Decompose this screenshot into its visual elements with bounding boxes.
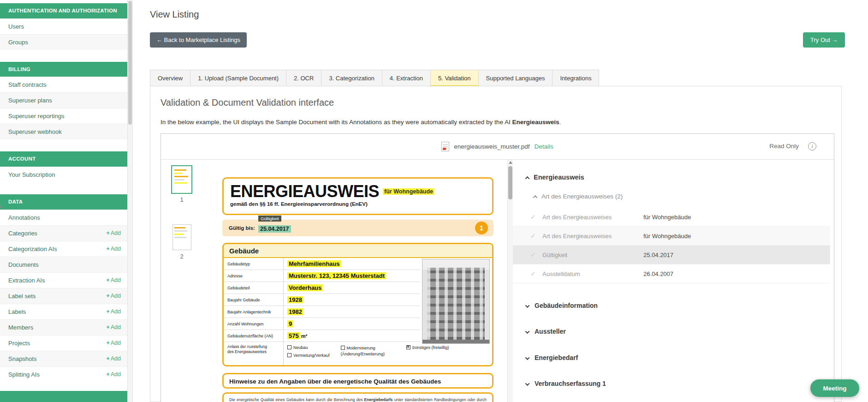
- annotation-group-title: Art des Energieausweises (2): [541, 193, 623, 200]
- sidebar-item-snapshots[interactable]: Snapshots +Add: [0, 351, 127, 366]
- annotation-highlight[interactable]: Mehrfamilienhaus: [287, 260, 341, 267]
- section-gebaeudeinformation[interactable]: Gebäudeinformation: [526, 302, 598, 309]
- tab-supported-languages[interactable]: Supported Languages: [478, 70, 553, 87]
- annotations-panel: Energieausweis Art des Energieausweises …: [513, 160, 834, 402]
- valid-until-label: Gültig bis:: [229, 225, 255, 231]
- sidebar-item-labels[interactable]: Labels +Add: [0, 304, 127, 319]
- sidebar-scrollbar-thumb[interactable]: [128, 1, 132, 125]
- plus-icon: +: [106, 355, 109, 362]
- sidebar-item-superuser-plans[interactable]: Superuser plans: [0, 92, 127, 108]
- add-member-button[interactable]: +Add: [106, 324, 121, 330]
- sidebar-item-superuser-webhook[interactable]: Superuser webhook: [0, 124, 127, 139]
- sidebar-collapse-chevron-icon[interactable]: ‹: [0, 202, 2, 211]
- annotation-group-art-des-energieausweises[interactable]: Art des Energieausweises (2): [534, 193, 623, 200]
- add-splitting-ai-button[interactable]: +Add: [106, 371, 121, 378]
- panel-intro-text: In the below example, the UI displays th…: [161, 119, 561, 126]
- annotation-value[interactable]: 25.04.2017: [643, 252, 673, 258]
- annotation-row-selected[interactable]: ✓ Gültigkeit 25.04.2017: [513, 246, 830, 264]
- annotation-label: Gültigkeit: [542, 252, 643, 258]
- add-categorization-ai-button[interactable]: +Add: [106, 246, 121, 252]
- sidebar-item-your-subscription[interactable]: Your Subscription: [0, 167, 127, 182]
- tab-integrations[interactable]: Integrations: [552, 70, 599, 87]
- sidebar-item-staff-contracts[interactable]: Staff contracts: [0, 77, 127, 92]
- check-icon[interactable]: ✓: [530, 270, 542, 277]
- add-labels-button[interactable]: +Add: [106, 308, 121, 315]
- chevron-down-icon[interactable]: [525, 329, 530, 334]
- tab-extraction[interactable]: 4. Extraction: [382, 70, 431, 87]
- try-out-button[interactable]: Try Out →: [803, 32, 845, 48]
- listing-tabs: Overview 1. Upload (Sample Document) 2. …: [150, 70, 599, 87]
- section-verbrauchserfassung[interactable]: Verbrauchserfassung 1: [526, 380, 606, 387]
- section-energiebedarf[interactable]: Energiebedarf: [526, 354, 578, 361]
- meeting-button[interactable]: Meeting: [810, 379, 859, 397]
- annotation-label: Art des Energieausweises: [542, 233, 643, 240]
- annotation-highlight[interactable]: 9: [287, 320, 293, 327]
- info-icon[interactable]: i: [808, 142, 816, 150]
- scroll-up-arrow[interactable]: [509, 161, 512, 164]
- page-1-thumbnail[interactable]: [171, 165, 192, 194]
- chevron-down-icon[interactable]: [525, 303, 530, 308]
- annotation-highlight-title-tag[interactable]: für Wohngebäude: [383, 188, 434, 195]
- details-link[interactable]: Details: [535, 143, 553, 150]
- add-categories-button[interactable]: +Add: [106, 230, 121, 236]
- chevron-down-icon[interactable]: [525, 381, 530, 386]
- gueltigkeit-label-tag: Gültigkeit: [258, 216, 281, 222]
- building-photo: [422, 259, 490, 344]
- checkbox-label: Modernisierung (Änderung/Erweiterung): [341, 346, 385, 356]
- annotation-row[interactable]: ✓ Art des Energieausweises für Wohngebäu…: [513, 208, 830, 227]
- annotation-value[interactable]: für Wohngebäude: [643, 233, 691, 240]
- sidebar-item-superuser-reportings[interactable]: Superuser reportings: [0, 108, 127, 124]
- tab-overview[interactable]: Overview: [150, 70, 190, 87]
- viewer-body: 1 2 ENERGIEAUSWEISfür Wohngebäude gemäß …: [161, 160, 834, 402]
- field-label: Gebäudetyp: [224, 258, 284, 270]
- sidebar-item-groups[interactable]: Groups: [0, 34, 127, 50]
- annotation-row[interactable]: ✓ Art des Energieausweises für Wohngebäu…: [513, 227, 830, 246]
- document-scrollbar-thumb[interactable]: [508, 166, 512, 199]
- sidebar-item-label-sets[interactable]: Label sets +Add: [0, 288, 127, 304]
- add-extraction-ai-button[interactable]: +Add: [106, 277, 121, 283]
- sidebar-item-extraction-ais[interactable]: Extraction AIs +Add: [0, 272, 127, 288]
- sidebar-item-annotations[interactable]: Annotations: [0, 210, 127, 225]
- certificate-title: ENERGIEAUSWEIS: [230, 183, 379, 200]
- annotation-row[interactable]: ✓ Ausstelldatum 26.04.2007: [513, 264, 830, 283]
- annotation-highlight[interactable]: 1982: [287, 308, 303, 315]
- sidebar-item-splitting-ais[interactable]: Splitting AIs +Add: [0, 366, 127, 382]
- sidebar-item-categorization-ais[interactable]: Categorization AIs +Add: [0, 241, 127, 257]
- check-icon[interactable]: ✓: [530, 213, 542, 221]
- back-to-marketplace-button[interactable]: ← Back to Marketplace Listings: [150, 32, 247, 48]
- annotation-value[interactable]: für Wohngebäude: [643, 214, 691, 221]
- label-set-energieausweis[interactable]: Energieausweis: [526, 174, 584, 181]
- annotation-highlight[interactable]: 1928: [287, 296, 303, 303]
- plus-icon: +: [106, 308, 109, 315]
- tab-validation[interactable]: 5. Validation: [430, 70, 479, 87]
- annotation-highlight[interactable]: Musterstr. 123, 12345 Musterstadt: [287, 272, 386, 279]
- sidebar-section-account-header: ACCOUNT: [0, 151, 127, 167]
- chevron-down-icon[interactable]: [525, 355, 530, 360]
- chevron-up-icon[interactable]: [525, 176, 530, 181]
- checked-checkbox-icon: [406, 345, 410, 349]
- label-set-title: Energieausweis: [534, 174, 584, 181]
- sidebar-item-label: Superuser webhook: [8, 128, 62, 135]
- tab-upload-sample-document[interactable]: 1. Upload (Sample Document): [190, 70, 286, 87]
- section-aussteller[interactable]: Aussteller: [526, 328, 566, 335]
- page-2-thumbnail[interactable]: [172, 224, 191, 250]
- sidebar-item-documents[interactable]: Documents: [0, 257, 127, 272]
- tab-categorization[interactable]: 3. Categorization: [321, 70, 382, 87]
- section-title: Energiebedarf: [535, 354, 578, 361]
- chevron-up-icon[interactable]: [533, 195, 538, 200]
- annotation-highlight[interactable]: Vorderhaus: [287, 284, 323, 291]
- check-icon[interactable]: ✓: [530, 232, 542, 240]
- tab-ocr[interactable]: 2. OCR: [286, 70, 321, 87]
- sidebar-item-members[interactable]: Members +Add: [0, 319, 127, 335]
- sidebar-item-categories[interactable]: Categories +Add: [0, 225, 127, 241]
- add-snapshot-button[interactable]: +Add: [106, 355, 121, 362]
- add-project-button[interactable]: +Add: [106, 340, 121, 346]
- add-label-set-button[interactable]: +Add: [106, 293, 121, 299]
- sidebar-item-projects[interactable]: Projects +Add: [0, 335, 127, 351]
- annotation-value[interactable]: 26.04.2007: [643, 270, 673, 277]
- add-label: Add: [111, 324, 121, 330]
- sidebar-item-users[interactable]: Users: [0, 18, 127, 34]
- check-icon[interactable]: ✓: [530, 251, 542, 258]
- selected-annotation-valid-date[interactable]: 25.04.2017: [258, 225, 291, 233]
- annotation-highlight[interactable]: 575: [287, 332, 300, 339]
